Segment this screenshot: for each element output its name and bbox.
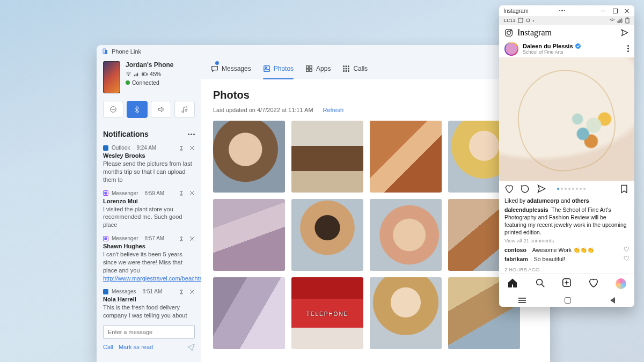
calls-icon: [342, 65, 350, 72]
pin-icon[interactable]: [179, 289, 184, 294]
photo-thumbnail[interactable]: [291, 121, 363, 193]
device-thumbnail[interactable]: [103, 61, 120, 93]
notif-time: 8:57 AM: [144, 235, 164, 241]
tab-photos[interactable]: Photos: [263, 58, 294, 79]
photo-thumbnail[interactable]: [213, 199, 285, 271]
signal-icon: [617, 18, 623, 23]
notif-app: Messenger: [112, 235, 138, 241]
photo-thumbnail[interactable]: [370, 277, 442, 349]
notif-from: Shawn Hughes: [103, 243, 195, 249]
close-icon[interactable]: [189, 145, 195, 151]
notif-app: Outlook: [112, 145, 130, 151]
close-button[interactable]: [624, 8, 630, 14]
svg-point-24: [346, 71, 347, 72]
pin-icon[interactable]: [179, 236, 184, 241]
music-button[interactable]: [174, 101, 195, 118]
notif-from: Wesley Brooks: [103, 152, 195, 159]
nav-home[interactable]: [507, 277, 518, 290]
messenger-icon: [103, 190, 108, 196]
back-button[interactable]: [610, 297, 615, 304]
pin-icon[interactable]: [179, 190, 184, 196]
svg-point-34: [536, 279, 542, 285]
nav-likes[interactable]: [588, 277, 599, 290]
dnd-button[interactable]: [103, 101, 123, 118]
tab-label: Apps: [316, 65, 331, 72]
refresh-link[interactable]: Refresh: [323, 107, 344, 113]
send-icon[interactable]: [187, 343, 195, 351]
mark-read-link[interactable]: Mark as read: [119, 344, 153, 350]
share-icon[interactable]: [537, 184, 546, 194]
comment-icon[interactable]: [521, 184, 530, 194]
wifi-icon: [126, 71, 131, 77]
notif-time: 8:59 AM: [144, 190, 164, 196]
wifi-icon: [610, 18, 615, 23]
close-icon[interactable]: [189, 236, 195, 241]
notifications-heading: Notifications: [103, 130, 149, 138]
tab-calls[interactable]: Calls: [342, 58, 368, 79]
close-icon[interactable]: [189, 190, 195, 196]
picture-icon: [518, 18, 523, 23]
photos-grid: TELEPHONE: [213, 121, 538, 349]
post-menu-button[interactable]: [627, 45, 629, 52]
recents-button[interactable]: [518, 300, 526, 301]
bluetooth-button[interactable]: [127, 101, 147, 118]
notification-item[interactable]: Messages 8:51 AM Nola Harrell This is th…: [103, 289, 195, 320]
camera-icon[interactable]: [504, 28, 513, 37]
minimize-button[interactable]: [600, 8, 606, 14]
user-avatar[interactable]: [504, 42, 518, 56]
like-comment-icon[interactable]: [624, 246, 629, 254]
notification-item[interactable]: Messenger 8:59 AM Lorenzo Mui I visited …: [103, 190, 195, 230]
close-icon[interactable]: [189, 289, 195, 294]
notification-item[interactable]: Outlook 9:24 AM Wesley Brooks Please sen…: [103, 145, 195, 184]
message-input[interactable]: [103, 325, 195, 339]
view-comments-link[interactable]: View all 21 comments: [504, 238, 629, 245]
nav-new-post[interactable]: [561, 277, 572, 290]
pin-icon[interactable]: [179, 145, 184, 151]
device-name: Jordan's Phone: [126, 61, 174, 69]
bookmark-icon[interactable]: [619, 184, 629, 194]
device-card: Jordan's Phone 45% Connected: [103, 61, 195, 93]
like-comment-icon[interactable]: [624, 255, 629, 263]
notification-item[interactable]: Messenger 8:57 AM Shawn Hughes I can't b…: [103, 235, 195, 282]
tab-messages[interactable]: Messages: [211, 58, 251, 79]
svg-rect-3: [134, 75, 135, 76]
gear-icon: [525, 18, 531, 23]
messenger-icon: [103, 236, 108, 241]
photo-thumbnail[interactable]: [370, 121, 442, 193]
call-link[interactable]: Call: [103, 344, 113, 350]
photo-thumbnail[interactable]: TELEPHONE: [291, 277, 363, 349]
likes-text[interactable]: Liked by adatumcorp and others: [504, 197, 629, 204]
maximize-button[interactable]: [612, 8, 618, 14]
tab-apps[interactable]: Apps: [305, 58, 331, 79]
svg-point-20: [343, 68, 345, 69]
notif-time: 8:51 AM: [143, 289, 163, 294]
photo-thumbnail[interactable]: [291, 199, 363, 271]
notifications-menu-button[interactable]: [188, 134, 195, 135]
outlook-icon: [103, 145, 108, 151]
svg-rect-5: [137, 72, 138, 76]
tab-label: Calls: [353, 65, 368, 72]
svg-rect-26: [518, 18, 523, 23]
direct-message-icon[interactable]: [620, 28, 629, 37]
battery-icon: [142, 71, 148, 77]
caption: daleenduplessis The School of Fine Art's…: [504, 206, 629, 237]
svg-point-19: [348, 66, 349, 67]
like-icon[interactable]: [504, 184, 514, 194]
svg-rect-15: [306, 69, 309, 71]
volume-button[interactable]: [151, 101, 171, 118]
signal-icon: [134, 71, 140, 77]
comment: fabrikam So beautiful!: [504, 255, 629, 263]
svg-rect-16: [310, 69, 312, 71]
notif-from: Nola Harrell: [103, 296, 195, 302]
post-image[interactable]: [499, 57, 634, 181]
android-nav-bar: [499, 294, 634, 307]
messages-icon: [103, 289, 108, 294]
nav-search[interactable]: [535, 277, 545, 290]
nav-profile[interactable]: [616, 278, 626, 289]
photo-thumbnail[interactable]: [370, 199, 442, 271]
photo-thumbnail[interactable]: [213, 121, 285, 193]
home-button[interactable]: [565, 297, 571, 304]
window-menu-button[interactable]: [559, 10, 566, 12]
user-name[interactable]: Daleen du Plessis: [523, 43, 573, 49]
photo-thumbnail[interactable]: [213, 277, 285, 349]
